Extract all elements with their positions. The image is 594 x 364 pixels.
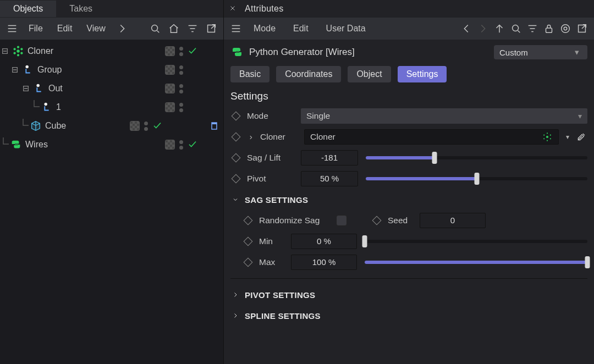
keyframe-diamond-icon[interactable] bbox=[372, 216, 382, 225]
tree-row-wires[interactable]: Wires bbox=[0, 135, 223, 154]
sag-min-value-field[interactable]: 0 % bbox=[291, 234, 357, 249]
group-pivot-settings[interactable]: PIVOT SETTINGS bbox=[230, 284, 587, 305]
tab-basic[interactable]: Basic bbox=[230, 66, 270, 82]
lock-icon[interactable] bbox=[541, 21, 557, 36]
tab-takes[interactable]: Takes bbox=[56, 1, 106, 17]
visibility-toggle[interactable] bbox=[165, 84, 175, 93]
python-icon bbox=[10, 139, 22, 151]
param-label: Cloner bbox=[260, 132, 299, 142]
tree-row-cube[interactable]: Cube bbox=[0, 117, 223, 135]
close-icon[interactable] bbox=[229, 4, 236, 13]
render-dots[interactable] bbox=[179, 47, 183, 56]
filter-icon[interactable] bbox=[525, 21, 540, 36]
tab-objects[interactable]: Objects bbox=[0, 1, 56, 17]
chevron-right-icon bbox=[230, 312, 240, 319]
menu-userdata[interactable]: User Data bbox=[318, 24, 373, 34]
keyframe-diamond-icon[interactable] bbox=[232, 153, 241, 163]
seed-value-field[interactable]: 0 bbox=[420, 213, 486, 228]
enable-check-icon[interactable] bbox=[188, 46, 197, 57]
keyframe-diamond-icon[interactable] bbox=[232, 133, 241, 142]
menu-view[interactable]: View bbox=[81, 24, 111, 34]
mode-value: Single bbox=[306, 111, 330, 121]
panel-title: Attributes bbox=[245, 4, 284, 14]
visibility-toggle[interactable] bbox=[130, 121, 140, 131]
attributes-body: Python Generator [Wires] Custom ▾ Basic … bbox=[224, 40, 594, 326]
tab-settings[interactable]: Settings bbox=[398, 66, 447, 82]
pivot-slider[interactable] bbox=[366, 171, 587, 186]
tree-row-one[interactable]: 1 bbox=[0, 98, 223, 117]
sag-min-slider[interactable] bbox=[365, 234, 587, 249]
keyframe-diamond-icon[interactable] bbox=[244, 237, 253, 246]
render-dots[interactable] bbox=[179, 84, 183, 93]
filter-icon[interactable] bbox=[185, 21, 200, 36]
tree-label: Wires bbox=[25, 140, 48, 150]
tab-coordinates[interactable]: Coordinates bbox=[276, 66, 341, 82]
eyedropper-icon[interactable] bbox=[576, 131, 587, 144]
param-sag-max: Max 100 % bbox=[243, 252, 587, 273]
cube-icon bbox=[30, 120, 42, 132]
menu-file[interactable]: File bbox=[23, 24, 48, 34]
menu-mode[interactable]: Mode bbox=[246, 24, 283, 34]
sag-max-value-field[interactable]: 100 % bbox=[291, 255, 357, 270]
render-dots[interactable] bbox=[179, 103, 183, 112]
tree-connector-icon bbox=[21, 119, 29, 134]
chevron-right-icon[interactable] bbox=[247, 133, 255, 142]
svg-point-25 bbox=[543, 138, 544, 139]
tree-row-group[interactable]: Group bbox=[0, 60, 223, 79]
render-dots[interactable] bbox=[144, 122, 148, 131]
visibility-toggle[interactable] bbox=[165, 102, 175, 112]
chevron-right-icon[interactable] bbox=[114, 21, 130, 36]
python-icon bbox=[230, 46, 244, 59]
tree-row-cloner[interactable]: Cloner bbox=[0, 42, 223, 60]
menu-edit[interactable]: Edit bbox=[52, 24, 78, 34]
preset-dropdown[interactable]: Custom ▾ bbox=[494, 45, 587, 59]
group-sag-body: Randomize Sag Seed 0 Min 0 % Max 100 % bbox=[230, 210, 587, 273]
pivot-value-field[interactable]: 50 % bbox=[301, 171, 358, 186]
mode-dropdown[interactable]: Single ▾ bbox=[301, 108, 587, 124]
group-spline-settings[interactable]: SPLINE SETTINGS bbox=[230, 305, 587, 326]
group-sag-settings[interactable]: SAG SETTINGS bbox=[230, 189, 587, 210]
search-icon[interactable] bbox=[147, 21, 163, 36]
chevron-down-icon[interactable]: ▾ bbox=[564, 133, 571, 141]
tree-label: 1 bbox=[56, 102, 61, 112]
sag-lift-slider[interactable] bbox=[366, 150, 587, 166]
svg-point-8 bbox=[14, 48, 15, 50]
visibility-toggle[interactable] bbox=[165, 46, 175, 56]
visibility-toggle[interactable] bbox=[165, 140, 175, 150]
nav-up-icon[interactable] bbox=[492, 21, 507, 36]
hamburger-icon[interactable] bbox=[228, 21, 244, 36]
nav-back-icon[interactable] bbox=[459, 21, 474, 36]
svg-point-6 bbox=[18, 54, 19, 56]
render-dots[interactable] bbox=[179, 65, 183, 75]
home-icon[interactable] bbox=[166, 21, 182, 36]
display-tag-icon[interactable] bbox=[210, 121, 220, 131]
sag-lift-value-field[interactable]: -181 bbox=[301, 150, 358, 166]
target-icon[interactable] bbox=[558, 21, 573, 36]
menu-edit[interactable]: Edit bbox=[285, 24, 316, 34]
keyframe-diamond-icon[interactable] bbox=[232, 174, 241, 184]
sag-max-slider[interactable] bbox=[365, 255, 587, 270]
enable-check-icon[interactable] bbox=[188, 139, 197, 151]
keyframe-diamond-icon[interactable] bbox=[244, 258, 253, 267]
keyframe-diamond-icon[interactable] bbox=[244, 216, 253, 225]
expander-icon[interactable] bbox=[11, 66, 19, 74]
tree-label: Cloner bbox=[28, 46, 53, 56]
cloner-link-field[interactable]: Cloner bbox=[304, 129, 559, 145]
enable-check-icon[interactable] bbox=[152, 120, 162, 132]
tree-connector-icon bbox=[32, 100, 40, 115]
visibility-toggle[interactable] bbox=[165, 65, 175, 75]
keyframe-diamond-icon[interactable] bbox=[232, 112, 241, 121]
popout-icon[interactable] bbox=[204, 21, 219, 36]
popout-icon[interactable] bbox=[574, 21, 590, 36]
expander-icon[interactable] bbox=[22, 85, 30, 92]
render-dots[interactable] bbox=[179, 140, 183, 150]
preset-value: Custom bbox=[499, 48, 528, 57]
nav-forward-icon[interactable] bbox=[475, 21, 491, 36]
expander-icon[interactable] bbox=[1, 47, 9, 55]
tab-object[interactable]: Object bbox=[348, 66, 391, 82]
search-icon[interactable] bbox=[508, 21, 524, 36]
attributes-header: Attributes bbox=[224, 0, 594, 18]
randomize-sag-checkbox[interactable] bbox=[336, 215, 347, 226]
hamburger-icon[interactable] bbox=[4, 21, 20, 36]
tree-row-out[interactable]: Out bbox=[0, 79, 223, 98]
